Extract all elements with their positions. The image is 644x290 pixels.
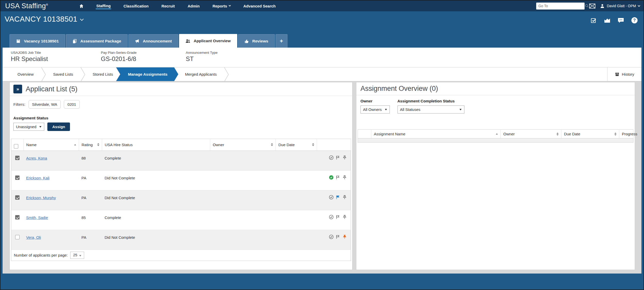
home-icon[interactable]: [79, 4, 84, 8]
pin-icon[interactable]: [342, 215, 347, 219]
owner-cell: [210, 230, 276, 250]
flag-icon[interactable]: [336, 215, 340, 219]
flag-icon[interactable]: [336, 155, 340, 160]
usa-hire-status-cell: Did Not Complete: [102, 170, 210, 190]
nav-advanced-search[interactable]: Advanced Search: [243, 3, 276, 9]
applicant-table-body: Acres, Kona 88 Complete Erickson, Kali P…: [11, 151, 351, 250]
owner-filter-label: Owner: [360, 99, 390, 103]
nav-staffing[interactable]: Staffing: [96, 3, 111, 9]
col-due-date[interactable]: Due Date: [561, 130, 619, 138]
applicant-row: Erickson, Kali PA Did Not Complete: [11, 170, 351, 190]
pin-icon[interactable]: [342, 175, 347, 180]
sort-icon: [614, 133, 616, 136]
col-assignment-name[interactable]: Assignment Name: [371, 130, 501, 138]
flag-icon[interactable]: [336, 195, 340, 200]
step-divider: [80, 67, 85, 81]
file-box-icon: [16, 39, 21, 43]
owner-filter-select[interactable]: All Owners: [360, 106, 390, 113]
add-tab-button[interactable]: +: [276, 34, 287, 48]
col-rating[interactable]: Rating: [79, 139, 102, 151]
owner-cell: [210, 151, 276, 170]
per-page-select[interactable]: 25: [70, 252, 84, 259]
pin-icon[interactable]: [342, 195, 347, 200]
row-checkbox[interactable]: [15, 175, 20, 180]
completion-status-select[interactable]: All Statuses: [398, 106, 464, 113]
user-chevron-down-icon: [638, 4, 640, 7]
goto-search-box[interactable]: [536, 3, 585, 10]
qualified-icon[interactable]: [329, 215, 334, 219]
top-navbar: USA Staffing® Staffing Classification Re…: [1, 1, 643, 11]
tab-vacancy[interactable]: Vacancy 10138501: [10, 34, 65, 48]
vacancy-title-dropdown[interactable]: VACANCY 10138501: [1, 11, 643, 23]
step-overview[interactable]: Overview: [10, 67, 41, 81]
applicant-name-link[interactable]: Vera, Oli: [26, 235, 41, 240]
mail-icon[interactable]: [589, 4, 595, 8]
megaphone-icon: [135, 39, 139, 43]
assignment-table: Assignment Name Owner Due Date Progress: [358, 129, 633, 138]
qualified-icon[interactable]: [329, 234, 334, 239]
filter-pill-location[interactable]: Silverdale, WA: [29, 100, 61, 109]
step-merged-applicants[interactable]: Merged Applicants: [176, 67, 224, 81]
sort-icon: [312, 143, 314, 146]
pin-icon[interactable]: [342, 155, 347, 160]
step-saved-lists[interactable]: Saved Lists: [46, 67, 81, 81]
assign-button[interactable]: Assign: [47, 122, 70, 131]
rating-cell: PA: [79, 170, 102, 190]
tab-reviews[interactable]: Reviews: [238, 34, 275, 48]
col-usa-hire-status[interactable]: USA Hire Status: [102, 139, 210, 151]
tasks-icon[interactable]: [590, 17, 597, 24]
col-owner[interactable]: Owner: [501, 130, 561, 138]
assignment-status-label: Assignment Status: [13, 116, 349, 120]
chat-icon[interactable]: [617, 17, 624, 24]
applicant-name-link[interactable]: Acres, Kona: [26, 156, 47, 160]
vacancy-chevron-down-icon: [80, 17, 84, 21]
flag-icon[interactable]: [336, 234, 340, 239]
nav-reports[interactable]: Reports: [212, 3, 231, 9]
qualified-icon[interactable]: [329, 195, 334, 200]
select-all-checkbox[interactable]: [14, 144, 18, 148]
per-page-row: Number of applicants per page: 25: [11, 250, 351, 261]
help-icon[interactable]: ?: [631, 17, 638, 24]
vacancy-header-band: VACANCY 10138501 ? Vacancy 10138501 Asse…: [1, 11, 643, 48]
copy-pages-icon: [72, 39, 77, 43]
user-menu[interactable]: David Glatt - OPM: [600, 4, 640, 8]
row-checkbox[interactable]: [15, 195, 20, 200]
step-stored-lists[interactable]: Stored Lists: [85, 67, 120, 81]
nav-admin[interactable]: Admin: [187, 3, 200, 9]
pin-icon[interactable]: [342, 234, 347, 239]
rating-cell: PA: [79, 190, 102, 210]
applicant-list-title: Applicant List (5): [26, 85, 77, 93]
applicant-name-link[interactable]: Erickson, Murphy: [26, 196, 56, 200]
usa-hire-status-cell: Did Not Complete: [102, 230, 210, 250]
due-date-cell: [276, 210, 317, 230]
col-due-date[interactable]: Due Date: [276, 139, 317, 151]
goto-input[interactable]: [538, 4, 585, 8]
col-owner[interactable]: Owner: [210, 139, 276, 151]
tab-applicant-overview[interactable]: Applicant Overview: [179, 34, 237, 48]
qualified-icon[interactable]: [329, 175, 334, 180]
nav-recruit[interactable]: Recruit: [161, 3, 175, 9]
applicant-name-link[interactable]: Smith, Sadie: [26, 215, 48, 220]
applicant-row: Vera, Oli PA Did Not Complete: [11, 230, 351, 250]
row-checkbox[interactable]: [15, 215, 20, 219]
row-checkbox[interactable]: [15, 235, 20, 239]
chart-icon[interactable]: [604, 17, 611, 24]
flag-icon[interactable]: [336, 175, 340, 180]
tab-announcement[interactable]: Announcement: [128, 34, 178, 48]
owner-cell: [210, 190, 276, 210]
applicant-subnav: Overview Saved Lists Stored Lists Manage…: [3, 67, 641, 82]
history-button[interactable]: History: [607, 67, 641, 81]
col-name[interactable]: Name: [24, 139, 79, 151]
app-logo: USA Staffing®: [5, 2, 48, 10]
tab-assessment-package[interactable]: Assessment Package: [66, 34, 128, 48]
filter-pill-series[interactable]: 0201: [64, 100, 80, 109]
row-checkbox[interactable]: [15, 156, 20, 160]
assignment-status-select[interactable]: Unassigned: [13, 123, 44, 131]
applicant-name-link[interactable]: Erickson, Kali: [26, 176, 50, 180]
applicant-row: Acres, Kona 88 Complete: [11, 151, 351, 170]
step-manage-assignments[interactable]: Manage Assignments: [116, 67, 178, 81]
qualified-icon[interactable]: [329, 155, 334, 160]
sort-asc-icon: [496, 133, 498, 135]
collapse-panel-button[interactable]: »: [13, 85, 22, 93]
nav-classification[interactable]: Classification: [123, 3, 149, 9]
